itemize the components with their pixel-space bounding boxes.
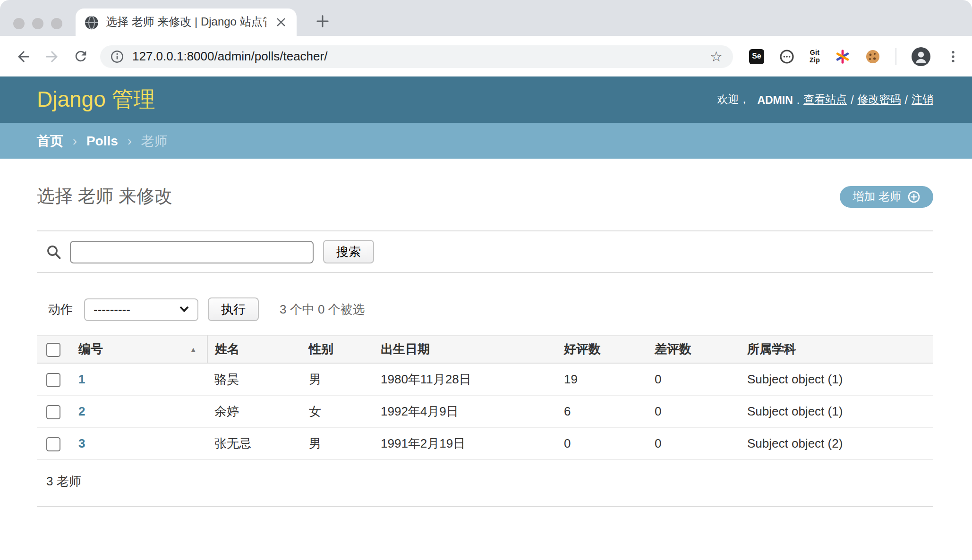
row-checkbox-cell <box>37 363 71 395</box>
browser-menu-icon[interactable] <box>946 49 961 64</box>
teacher-id-link[interactable]: 3 <box>78 436 85 450</box>
table-row: 3张无忌男1991年2月19日00Subject object (2) <box>37 427 933 459</box>
change-password-link[interactable]: 修改密码 <box>858 93 901 107</box>
forward-icon[interactable] <box>40 44 64 68</box>
action-select[interactable]: --------- <box>84 298 198 321</box>
chevron-down-icon <box>179 306 189 313</box>
row-select-checkbox[interactable] <box>46 437 60 451</box>
window-minimize-button[interactable] <box>32 18 43 29</box>
extensions-area: Se GitZip <box>749 47 961 66</box>
page-title: 选择 老师 来修改 <box>37 184 172 209</box>
column-header-good-votes[interactable]: 好评数 <box>556 336 647 363</box>
teacher-bad-votes-cell: 0 <box>647 395 740 427</box>
teacher-name-cell: 余婷 <box>207 395 301 427</box>
table-row: 1骆昊男1980年11月28日190Subject object (1) <box>37 363 933 395</box>
column-header-bad-votes[interactable]: 差评数 <box>647 336 740 363</box>
teacher-table-body: 1骆昊男1980年11月28日190Subject object (1)2余婷女… <box>37 363 933 459</box>
teacher-subject-cell: Subject object (2) <box>740 427 933 459</box>
view-site-link[interactable]: 查看站点 <box>803 93 847 107</box>
row-checkbox-cell <box>37 427 71 459</box>
actions-row: 动作 --------- 执行 3 个中 0 个被选 <box>37 297 933 321</box>
profile-avatar[interactable] <box>912 47 930 66</box>
welcome-text: 欢迎， <box>717 93 750 107</box>
changelist-content: 选择 老师 来修改 增加 老师 搜索 动作 --------- <box>0 159 972 560</box>
go-button[interactable]: 执行 <box>208 297 259 321</box>
teacher-name-cell: 骆昊 <box>207 363 301 395</box>
teacher-id-link[interactable]: 1 <box>78 372 85 386</box>
teacher-name-cell: 张无忌 <box>207 427 301 459</box>
teacher-birthdate-cell: 1980年11月28日 <box>373 363 556 395</box>
selenium-extension-icon[interactable]: Se <box>749 49 764 64</box>
circle-dots-extension-icon[interactable] <box>779 49 794 64</box>
teacher-id-cell: 3 <box>71 427 207 459</box>
column-header-name[interactable]: 姓名 <box>207 336 301 363</box>
add-teacher-label: 增加 老师 <box>853 188 901 204</box>
breadcrumb: 首页 › Polls › 老师 <box>0 123 972 159</box>
gitzip-extension-icon[interactable]: GitZip <box>810 49 820 64</box>
select-all-checkbox[interactable] <box>46 343 60 357</box>
row-select-checkbox[interactable] <box>46 405 60 419</box>
user-tools: 欢迎， ADMIN. 查看站点 / 修改密码 / 注销 <box>717 93 933 107</box>
window-close-button[interactable] <box>13 18 25 29</box>
select-all-header <box>37 336 71 363</box>
user-tools-separator: / <box>905 94 908 105</box>
teacher-good-votes-cell: 0 <box>556 427 647 459</box>
column-header-gender[interactable]: 性别 <box>301 336 373 363</box>
tab-close-icon[interactable] <box>273 15 288 30</box>
search-bar: 搜索 <box>37 230 933 273</box>
add-teacher-button[interactable]: 增加 老师 <box>839 186 933 207</box>
browser-tab[interactable]: 选择 老师 来修改 | Django 站点管理 <box>76 8 297 36</box>
new-tab-button[interactable] <box>310 8 334 33</box>
reload-icon[interactable] <box>68 44 93 68</box>
teacher-gender-cell: 女 <box>301 395 373 427</box>
teacher-subject-cell: Subject object (1) <box>740 395 933 427</box>
browser-window: 选择 老师 来修改 | Django 站点管理 127.0.0.1:8000/a… <box>0 0 972 560</box>
site-brand-link[interactable]: Django 管理 <box>37 85 155 114</box>
teacher-gender-cell: 男 <box>301 363 373 395</box>
table-row: 2余婷女1992年4月9日60Subject object (1) <box>37 395 933 427</box>
column-header-id[interactable]: 编号▲ <box>71 336 207 363</box>
search-button[interactable]: 搜索 <box>323 240 374 263</box>
username: ADMIN <box>757 94 793 105</box>
bookmark-star-icon[interactable]: ☆ <box>710 49 723 63</box>
logout-link[interactable]: 注销 <box>912 93 933 107</box>
search-icon <box>46 244 61 259</box>
sort-ascending-icon[interactable]: ▲ <box>189 345 197 354</box>
back-icon[interactable] <box>11 44 36 68</box>
teacher-good-votes-cell: 6 <box>556 395 647 427</box>
breadcrumb-home-link[interactable]: 首页 <box>37 133 63 148</box>
user-tools-separator: / <box>851 94 853 105</box>
tab-title: 选择 老师 来修改 | Django 站点管理 <box>106 14 266 30</box>
teacher-table: 编号▲ 姓名 性别 出生日期 好评数 差评数 所属学科 1骆昊男1980年11月… <box>37 335 933 460</box>
breadcrumb-separator: › <box>73 133 77 148</box>
teacher-bad-votes-cell: 0 <box>647 427 740 459</box>
tab-strip: 选择 老师 来修改 | Django 站点管理 <box>0 0 972 36</box>
row-select-checkbox[interactable] <box>46 373 60 387</box>
window-controls <box>13 18 62 29</box>
column-header-birthdate[interactable]: 出生日期 <box>373 336 556 363</box>
breadcrumb-separator: › <box>128 133 132 148</box>
teacher-bad-votes-cell: 0 <box>647 363 740 395</box>
site-favicon-icon <box>84 15 99 30</box>
address-bar[interactable]: 127.0.0.1:8000/admin/polls/teacher/ ☆ <box>100 45 733 68</box>
admin-header: Django 管理 欢迎， ADMIN. 查看站点 / 修改密码 / 注销 <box>0 76 972 123</box>
pinwheel-extension-icon[interactable] <box>835 49 850 64</box>
breadcrumb-app-link[interactable]: Polls <box>86 133 118 148</box>
page-info-icon[interactable] <box>111 50 124 63</box>
cookie-extension-icon[interactable] <box>865 49 880 64</box>
table-header-row: 编号▲ 姓名 性别 出生日期 好评数 差评数 所属学科 <box>37 336 933 363</box>
result-count: 3 老师 <box>37 460 933 507</box>
teacher-birthdate-cell: 1991年2月19日 <box>373 427 556 459</box>
teacher-good-votes-cell: 19 <box>556 363 647 395</box>
column-header-subject[interactable]: 所属学科 <box>740 336 933 363</box>
url-text[interactable]: 127.0.0.1:8000/admin/polls/teacher/ <box>132 49 710 63</box>
search-input[interactable] <box>70 240 314 263</box>
teacher-id-cell: 2 <box>71 395 207 427</box>
teacher-subject-cell: Subject object (1) <box>740 363 933 395</box>
action-select-value: --------- <box>94 302 130 316</box>
teacher-id-link[interactable]: 2 <box>78 404 85 418</box>
window-zoom-button[interactable] <box>51 18 62 29</box>
breadcrumb-current: 老师 <box>141 133 168 148</box>
browser-toolbar: 127.0.0.1:8000/admin/polls/teacher/ ☆ Se… <box>0 36 972 76</box>
username-suffix: . <box>797 94 800 105</box>
